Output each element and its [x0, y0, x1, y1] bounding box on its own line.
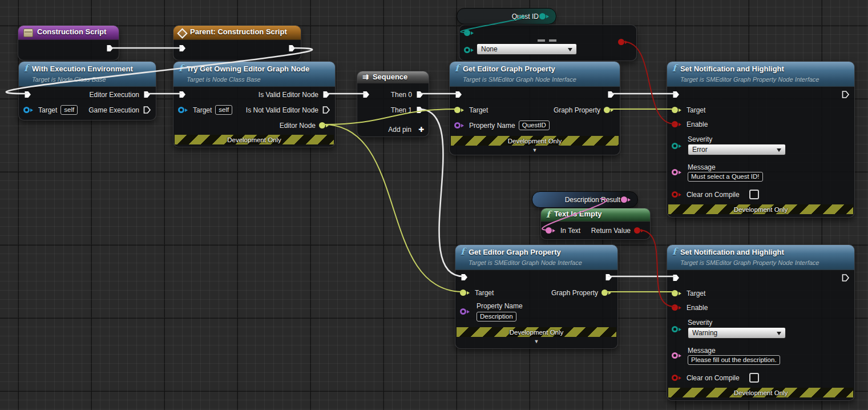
in-text-pin[interactable] [546, 227, 557, 234]
function-icon: f [672, 247, 676, 256]
pin-label: Target [475, 289, 494, 297]
editor-execution-exec-pin[interactable] [143, 90, 151, 99]
node-equals-compact[interactable]: None [459, 25, 637, 61]
enable-pin[interactable] [672, 121, 683, 127]
target-default-input[interactable]: self [60, 105, 78, 115]
exec-out-pin[interactable] [841, 274, 850, 282]
node-get-editor-graph-property-questid[interactable]: f Get Editor Graph Property Target is SM… [449, 61, 620, 155]
node-get-editor-graph-property-description[interactable]: f Get Editor Graph Property Target is SM… [455, 244, 618, 349]
pin-row: Editor Execution [23, 87, 151, 102]
node-set-notification-and-highlight-warning[interactable]: f Set Notification and Highlight Target … [667, 244, 855, 401]
severity-pin[interactable] [672, 143, 683, 149]
node-parent-construction-script[interactable]: Parent: Construction Script [173, 25, 301, 61]
message-input[interactable]: Must select a Quest ID! [688, 172, 763, 182]
node-with-execution-environment[interactable]: f With Execution Environment Target is N… [18, 61, 156, 120]
exec-in-pin[interactable] [362, 90, 370, 99]
pin-label: Target [687, 106, 705, 114]
exec-in-pin[interactable] [178, 44, 187, 53]
target-pin[interactable] [178, 107, 189, 113]
message-pin[interactable] [672, 169, 683, 175]
message-input[interactable]: Please fill out the description. [688, 355, 780, 365]
development-only-banner: Development Only [668, 204, 853, 214]
collapse-advanced-chevron-icon[interactable]: ▼ [450, 147, 620, 153]
exec-in-pin[interactable] [454, 90, 463, 99]
exec-out-pin[interactable] [607, 90, 615, 99]
node-try-get-owning-editor-graph-node[interactable]: f Try Get Owning Editor Graph Node Targe… [173, 61, 336, 147]
severity-dropdown[interactable]: Error [688, 144, 786, 155]
exec-in-pin[interactable] [672, 90, 680, 99]
pin-row: Enable [672, 300, 850, 315]
node-set-notification-and-highlight-error[interactable]: f Set Notification and Highlight Target … [667, 61, 855, 218]
severity-dropdown[interactable]: Warning [688, 327, 786, 339]
game-execution-exec-pin[interactable] [143, 106, 151, 114]
clear-on-compile-pin[interactable] [672, 375, 683, 381]
exec-in-pin[interactable] [23, 90, 32, 99]
dropdown-arrow-icon [777, 148, 781, 154]
node-text-is-empty[interactable]: f Text Is Empty In Text Return Value [540, 208, 651, 240]
property-name-input[interactable]: QuestID [519, 120, 550, 130]
equals-input-a-pin[interactable] [464, 30, 475, 36]
node-header: f Get Editor Graph Property Target is SM… [450, 62, 620, 87]
severity-pin[interactable] [672, 326, 683, 332]
property-name-pin[interactable] [460, 308, 471, 315]
exec-in-pin[interactable] [460, 273, 469, 282]
node-description-result-variable[interactable]: Description Result [532, 191, 638, 208]
quest-id-output-pin[interactable] [539, 13, 551, 19]
node-construction-script[interactable]: Construction Script [18, 25, 119, 61]
equals-result-pin[interactable] [618, 39, 629, 45]
wire-editornode-to-getdescription-target[interactable] [324, 124, 463, 292]
target-pin[interactable] [672, 107, 683, 113]
property-name-input[interactable]: Description [477, 312, 516, 321]
graph-property-pin[interactable] [601, 290, 613, 296]
pin-row: Then 1 [362, 102, 424, 118]
exec-in-pin[interactable] [178, 90, 187, 99]
exec-out-pin[interactable] [106, 44, 114, 53]
node-header: f Set Notification and Highlight Target … [667, 245, 854, 270]
is-valid-exec-pin[interactable] [322, 90, 330, 99]
then-1-exec-pin[interactable] [415, 106, 424, 114]
banner-text: Development Only [227, 136, 281, 143]
pin-row [672, 270, 850, 286]
add-pin-label: Add pin [388, 126, 411, 134]
exec-out-pin[interactable] [604, 273, 613, 282]
message-pin[interactable] [672, 352, 683, 359]
node-header: f Try Get Owning Editor Graph Node Targe… [173, 62, 335, 87]
then-0-exec-pin[interactable] [415, 90, 424, 99]
property-name-label: Property Name [477, 302, 523, 310]
property-name-pin[interactable] [454, 122, 466, 128]
blueprint-graph-canvas[interactable]: Construction Script Parent: Construction… [0, 0, 868, 410]
description-result-output-pin[interactable] [621, 196, 632, 203]
collapse-advanced-chevron-icon[interactable]: ▼ [455, 339, 617, 344]
pin-label: Graph Property [551, 289, 598, 297]
pin-label: Property Name [469, 122, 515, 130]
enable-pin[interactable] [672, 304, 683, 311]
equals-input-b-pin[interactable] [464, 47, 475, 53]
is-not-valid-exec-pin[interactable] [322, 106, 330, 114]
pin-label: Then 1 [391, 106, 412, 114]
equals-value-dropdown[interactable]: None [477, 43, 577, 55]
target-pin[interactable] [460, 290, 471, 296]
target-default-input[interactable]: self [215, 105, 232, 115]
clear-on-compile-pin[interactable] [672, 191, 683, 198]
target-pin[interactable] [454, 107, 466, 113]
dropdown-arrow-icon [568, 48, 572, 54]
pin-label: Is Not Valid Editor Node [246, 106, 318, 114]
node-title: Get Editor Graph Property [469, 248, 561, 256]
pin-label: Game Execution [88, 106, 139, 114]
exec-in-pin[interactable] [672, 274, 680, 282]
node-quest-id-variable[interactable]: Quest ID [457, 8, 556, 25]
clear-on-compile-checkbox[interactable] [749, 190, 759, 199]
editor-node-pin[interactable] [319, 122, 330, 128]
target-pin[interactable] [672, 290, 683, 296]
exec-out-pin[interactable] [841, 90, 850, 99]
node-title: Text Is Empty [554, 210, 602, 219]
node-title: Get Editor Graph Property [463, 65, 555, 73]
target-pin[interactable] [23, 107, 35, 113]
exec-out-pin[interactable] [288, 44, 296, 53]
node-sequence[interactable]: ⇉ Sequence Then 0 Then 1 Add pin ✚ [357, 71, 429, 137]
return-value-pin[interactable] [634, 227, 645, 234]
clear-on-compile-checkbox[interactable] [749, 373, 759, 383]
add-pin-button[interactable]: ✚ [418, 126, 424, 134]
graph-property-pin[interactable] [604, 107, 615, 113]
pin-row: In Text Return Value [546, 223, 645, 238]
